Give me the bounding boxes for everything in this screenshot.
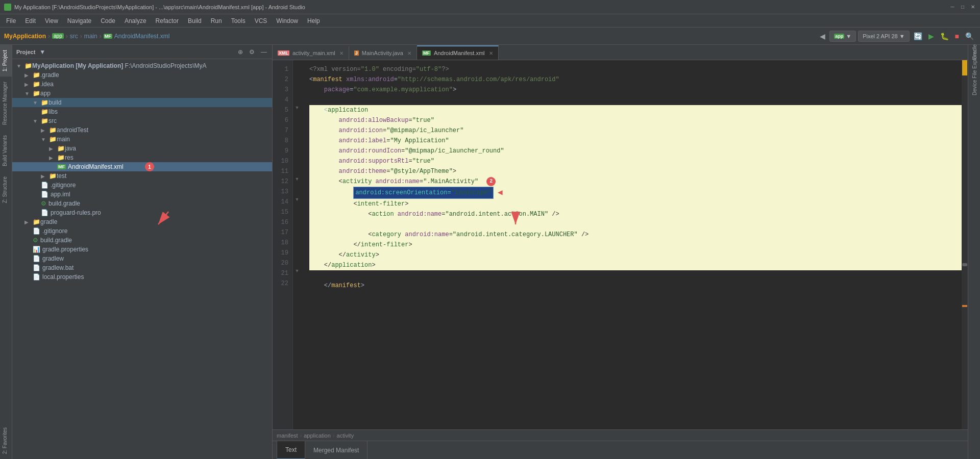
code-line-8: android:label="My Application"	[309, 136, 962, 146]
menu-edit[interactable]: Edit	[21, 16, 40, 26]
menu-bar: File Edit View Navigate Code Analyze Ref…	[0, 14, 980, 28]
code-line-5: <application	[309, 105, 962, 115]
device-btn[interactable]: Pixel 2 API 28 ▼	[858, 31, 909, 42]
menu-window[interactable]: Window	[272, 16, 302, 26]
code-editor: 12345 678910 1112131415 1617181920 2122 …	[273, 60, 968, 429]
androidtest-dir-toggle[interactable]: ▶	[41, 128, 49, 133]
tree-app-iml[interactable]: 📄 app.iml	[12, 190, 272, 199]
main-dir-toggle[interactable]: ▼	[41, 137, 49, 142]
scope-btn[interactable]: ⊕	[237, 47, 244, 57]
tab-project[interactable]: 1: Project	[0, 45, 12, 76]
res-dir-toggle[interactable]: ▶	[49, 155, 57, 161]
tab-build-variants[interactable]: Build Variants	[0, 130, 12, 171]
tab-mainactivity-java[interactable]: J MainActivity.java ✕	[349, 46, 417, 60]
tree-gradlew[interactable]: 📄 gradlew	[12, 254, 272, 263]
test-dir-toggle[interactable]: ▶	[41, 173, 49, 179]
tree-src-dir[interactable]: ▼ 📁 src	[12, 116, 272, 125]
build-dir-toggle[interactable]: ▼	[33, 100, 41, 106]
code-content[interactable]: <?xml version="1.0" encoding="utf-8"?> <…	[301, 60, 962, 429]
tree-build-dir[interactable]: ▼ 📁 build	[12, 98, 272, 107]
src-dir-toggle[interactable]: ▼	[33, 118, 41, 124]
tab-mainactivity-java-close[interactable]: ✕	[407, 50, 411, 56]
fold-5[interactable]: ▼	[293, 105, 301, 115]
back-btn[interactable]: ◀	[818, 31, 827, 41]
menu-tools[interactable]: Tools	[227, 16, 250, 26]
menu-analyze[interactable]: Analyze	[120, 16, 151, 26]
editor-tabs-bar: XML activity_main.xml ✕ J MainActivity.j…	[273, 45, 968, 60]
tree-gradle-root[interactable]: ▶ 📁 gradle	[12, 217, 272, 226]
fold-14[interactable]: ▼	[293, 197, 301, 207]
tree-proguard[interactable]: 📄 proguard-rules.pro	[12, 208, 272, 217]
app-gitignore-icon: 📄	[41, 182, 48, 189]
local-properties-label: local.properties	[42, 273, 84, 280]
tab-activity-main-xml-close[interactable]: ✕	[339, 50, 344, 56]
run-config-btn[interactable]: app app ▼	[829, 31, 856, 42]
debug-btn[interactable]: 🐛	[938, 31, 951, 41]
code-line-3: package="com.example.myapplication">	[309, 85, 962, 95]
code-line-9: android:roundIcon="@mipmap/ic_launcher_r…	[309, 146, 962, 156]
menu-file[interactable]: File	[2, 16, 20, 26]
menu-run[interactable]: Run	[207, 16, 226, 26]
activity-main-xml-icon: XML	[278, 50, 289, 56]
tree-main-dir[interactable]: ▼ 📁 main	[12, 135, 272, 144]
menu-help[interactable]: Help	[303, 16, 324, 26]
tree-gradle-dir[interactable]: ▶ 📁 .gradle	[12, 70, 272, 80]
run-controls: ◀ app app ▼ Pixel 2 API 28 ▼ 🔄 ▶ 🐛 ■ 🔍	[818, 31, 976, 42]
nav-bar: MyApplication › app › src › main › MF An…	[0, 28, 980, 45]
code-line-2: <manifest xmlns:android="http://schemas.…	[309, 74, 962, 85]
maximize-btn[interactable]: □	[960, 4, 966, 10]
tree-res-dir[interactable]: ▶ 📁 res	[12, 153, 272, 162]
menu-build[interactable]: Build	[184, 16, 206, 26]
search-everywhere-btn[interactable]: 🔍	[963, 31, 976, 41]
tree-gradle-properties[interactable]: 📊 gradle.properties	[12, 245, 272, 254]
collapse-panel-btn[interactable]: —	[260, 47, 268, 57]
run-btn[interactable]: ▶	[926, 31, 936, 41]
scroll-thumb[interactable]	[962, 263, 967, 266]
title-bar-controls: ─ □ ✕	[949, 4, 976, 10]
minimize-btn[interactable]: ─	[949, 4, 955, 10]
java-dir-toggle[interactable]: ▶	[49, 146, 57, 151]
device-file-explorer-tab[interactable]: Device File Explorer	[969, 67, 979, 78]
menu-refactor[interactable]: Refactor	[152, 16, 183, 26]
tree-idea-dir[interactable]: ▶ 📁 .idea	[12, 80, 272, 89]
code-line-11: android:theme="@style/AppTheme">	[309, 166, 962, 176]
tree-gradlew-bat[interactable]: 📄 gradlew.bat	[12, 263, 272, 272]
tree-local-properties[interactable]: 📄 local.properties	[12, 272, 272, 282]
idea-dir-toggle[interactable]: ▶	[24, 82, 33, 87]
fold-12[interactable]: ▼	[293, 176, 301, 187]
tree-root[interactable]: ▼ 📁 MyApplication [My Application] F:\An…	[12, 61, 272, 70]
tab-androidmanifest-xml[interactable]: MF AndroidManifest.xml ✕	[417, 45, 499, 60]
libs-dir-icon: 📁	[41, 108, 48, 115]
fold-22[interactable]: ▼	[293, 268, 301, 278]
tree-java-dir[interactable]: ▶ 📁 java	[12, 144, 272, 153]
tab-favorites[interactable]: 2: Favorites	[0, 422, 12, 459]
tree-manifest-file[interactable]: MF AndroidManifest.xml 1	[12, 162, 272, 171]
menu-vcs[interactable]: VCS	[251, 16, 272, 26]
app-dir-toggle[interactable]: ▼	[24, 91, 33, 96]
tree-root-build-gradle[interactable]: ⚙ build.gradle	[12, 236, 272, 245]
tab-resource-manager[interactable]: Resource Manager	[0, 76, 12, 130]
bottom-tab-merged-manifest[interactable]: Merged Manifest	[305, 441, 368, 460]
tree-androidtest-dir[interactable]: ▶ 📁 androidTest	[12, 125, 272, 135]
tree-root-gitignore[interactable]: 📄 .gitignore	[12, 226, 272, 236]
bottom-tab-text[interactable]: Text	[277, 441, 305, 460]
tree-app-gitignore[interactable]: 📄 .gitignore	[12, 181, 272, 190]
tree-app-dir[interactable]: ▼ 📁 app	[12, 89, 272, 98]
root-toggle[interactable]: ▼	[16, 63, 24, 69]
menu-code[interactable]: Code	[96, 16, 119, 26]
tab-structure[interactable]: Z: Structure	[0, 171, 12, 208]
stop-btn[interactable]: ■	[953, 31, 961, 41]
gear-icon[interactable]: ⚙	[248, 47, 256, 57]
tab-androidmanifest-xml-close[interactable]: ✕	[489, 50, 493, 56]
gradle-root-toggle[interactable]: ▶	[24, 219, 33, 225]
sync-btn[interactable]: 🔄	[912, 31, 924, 41]
tree-app-build-gradle[interactable]: ⚙ build.gradle	[12, 199, 272, 208]
tree-test-dir[interactable]: ▶ 📁 test	[12, 171, 272, 181]
close-btn[interactable]: ✕	[970, 4, 976, 10]
menu-view[interactable]: View	[41, 16, 62, 26]
tab-activity-main-xml[interactable]: XML activity_main.xml ✕	[273, 46, 349, 60]
tree-libs-dir[interactable]: 📁 libs	[12, 107, 272, 116]
editor-scrollbar[interactable]	[962, 60, 968, 429]
gradle-dir-toggle[interactable]: ▶	[24, 72, 33, 78]
menu-navigate[interactable]: Navigate	[63, 16, 95, 26]
